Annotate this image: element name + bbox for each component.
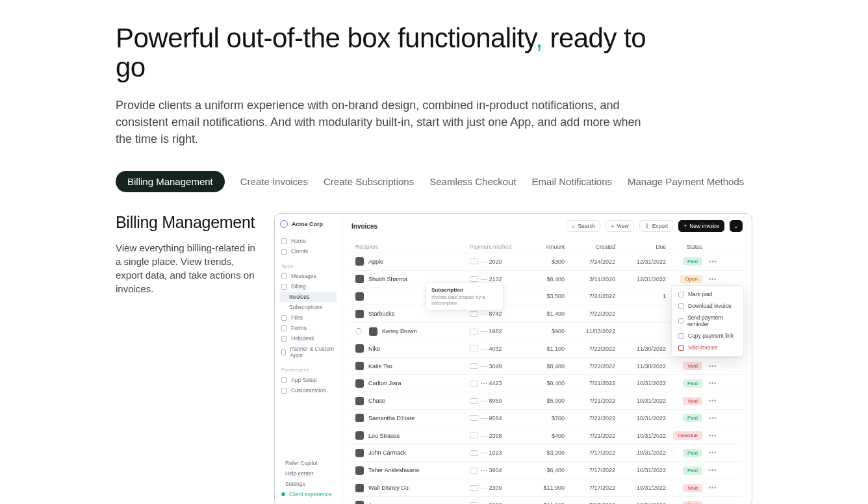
table-row[interactable]: Chase···· 8959$5,0007/21/202210/31/2022V… xyxy=(351,392,743,409)
subscription-tooltip: Subscription Invoice was created by a su… xyxy=(426,282,504,310)
row-more-button[interactable]: ••• xyxy=(706,485,719,491)
sidebar-refer[interactable]: Refer Copilot xyxy=(280,458,337,468)
tab-create-subscriptions[interactable]: Create Subscriptions xyxy=(324,176,414,187)
sidebar-item-forms[interactable]: Forms xyxy=(280,323,337,333)
recipient-name: Walt Disney Co. xyxy=(368,485,410,491)
cell-a: $1,100 xyxy=(526,346,565,352)
sidebar-item-home[interactable]: Home xyxy=(280,236,337,246)
setup-icon xyxy=(281,377,287,383)
sidebar-help-center[interactable]: Help center xyxy=(280,468,337,479)
card-icon xyxy=(470,258,478,264)
row-more-button[interactable]: ••• xyxy=(706,449,719,456)
menu-send-reminder[interactable]: Send payment reminder xyxy=(672,312,743,330)
new-invoice-dropdown-button[interactable]: ⌄ xyxy=(730,220,743,232)
files-icon xyxy=(281,315,287,321)
trash-icon xyxy=(678,345,684,351)
table-row[interactable]: Walt Disney Co.···· 2309$11,9007/17/2022… xyxy=(351,479,743,496)
avatar xyxy=(355,379,364,388)
table-row[interactable]: Carlton Jisra···· 4423$8,4007/21/202210/… xyxy=(351,374,743,392)
messages-icon xyxy=(281,273,287,279)
sidebar-item-subscriptions[interactable]: Subscriptions xyxy=(280,302,337,312)
status-dot-icon xyxy=(281,492,285,496)
status-badge: Overdue xyxy=(673,431,702,440)
sidebar-item-files[interactable]: Files xyxy=(280,312,337,323)
cell-a: $700 xyxy=(526,415,565,422)
sidebar-item-helpdesk[interactable]: Helpdesk xyxy=(280,333,337,344)
bank-icon xyxy=(470,450,478,456)
recipient-name: Chase xyxy=(368,397,385,404)
table-row[interactable]: Apple···· 2020$3007/24/202212/31/2022Pai… xyxy=(351,253,743,270)
search-button[interactable]: ⌕Search xyxy=(567,220,600,232)
cell-c: 3/11/2020 xyxy=(568,276,615,283)
tab-email-notifications[interactable]: Email Notifications xyxy=(532,176,612,187)
table-row[interactable]: Taher Ankleshwaria···· 3904$6,4007/17/20… xyxy=(351,461,743,479)
row-more-button[interactable]: ••• xyxy=(706,433,719,439)
tab-billing-management[interactable]: Billing Management xyxy=(116,171,225,192)
cell-a: $5,000 xyxy=(526,397,565,404)
row-more-button[interactable]: ••• xyxy=(706,467,719,473)
tab-create-invoices[interactable]: Create Invoices xyxy=(240,176,308,187)
table-row[interactable]: Samantha D'Hare···· 9584$7007/21/202210/… xyxy=(351,409,743,427)
col-payment: Payment method xyxy=(470,244,522,250)
export-button[interactable]: ⇩Export xyxy=(639,220,674,232)
row-more-button[interactable]: ••• xyxy=(706,380,719,386)
cell-a: $3,200 xyxy=(526,449,565,456)
sidebar-item-invoices[interactable]: Invoices xyxy=(280,292,337,302)
payment-last4: ···· 1982 xyxy=(481,328,502,334)
cell-d: 10/31/2022 xyxy=(619,415,666,422)
sidebar-item-clients[interactable]: Clients xyxy=(280,246,337,257)
table-row[interactable]: Leo Strauss···· 2398$4007/21/202210/31/2… xyxy=(351,427,743,444)
cell-d: 10/31/2022 xyxy=(619,449,666,456)
recipient-name: Shubh Sharma xyxy=(368,276,407,283)
page-title: Powerful out-of-the box functionality, r… xyxy=(116,23,648,82)
col-created: Created xyxy=(568,244,615,250)
cell-d: 10/31/2022 xyxy=(619,433,666,439)
recipient-name: Katie Tso xyxy=(368,363,392,370)
sidebar-client-experience[interactable]: Client experience xyxy=(280,489,337,499)
menu-copy-link[interactable]: Copy payment link xyxy=(672,330,743,342)
menu-void-invoice[interactable]: Void invoice xyxy=(672,342,743,353)
col-recipient: Recipient xyxy=(355,244,466,250)
cell-c: 7/22/2022 xyxy=(568,363,615,370)
new-invoice-button[interactable]: +New invoice xyxy=(678,220,724,232)
row-more-button[interactable]: ••• xyxy=(706,258,719,265)
avatar xyxy=(355,397,364,405)
sidebar-item-messages[interactable]: Messages xyxy=(280,271,337,281)
table-row[interactable]: Katie Tso···· 3049$8,4007/22/202211/30/2… xyxy=(351,357,743,375)
menu-mark-paid[interactable]: Mark paid xyxy=(672,288,743,300)
forms-icon xyxy=(281,325,287,331)
row-more-button[interactable]: ••• xyxy=(706,415,719,422)
tab-manage-payment-methods[interactable]: Manage Payment Methods xyxy=(628,176,744,187)
payment-last4: ···· 4032 xyxy=(481,346,502,352)
page-subtitle: Provide clients a uniform experience wit… xyxy=(116,97,648,147)
tab-seamless-checkout[interactable]: Seamless Checkout xyxy=(429,176,516,187)
card-icon xyxy=(470,415,478,421)
cell-a: $3,500 xyxy=(526,293,565,299)
feature-tabs: Billing Management Create Invoices Creat… xyxy=(116,171,752,192)
home-icon xyxy=(281,238,287,244)
row-more-button[interactable]: ••• xyxy=(706,397,719,404)
row-more-button[interactable]: ••• xyxy=(706,363,719,370)
menu-download-invoice[interactable]: Download invoice xyxy=(672,300,743,312)
table-header: Recipient Payment method Amount Created … xyxy=(351,241,743,253)
table-row[interactable]: John Carmack···· 1023$3,2007/17/202210/3… xyxy=(351,444,743,462)
chevron-down-icon: ⌄ xyxy=(734,223,739,229)
send-icon xyxy=(678,318,683,324)
row-more-button[interactable]: ••• xyxy=(706,276,719,283)
sidebar-item-billing[interactable]: Billing xyxy=(280,281,337,292)
company-switcher[interactable]: Acme Corp xyxy=(280,220,337,228)
bank-icon xyxy=(470,398,478,404)
cell-c: 7/24/2022 xyxy=(568,293,615,299)
cell-c: 7/22/2022 xyxy=(568,346,615,352)
cell-c: 7/17/2022 xyxy=(568,467,615,473)
sidebar-item-partner-apps[interactable]: Partner & Custom Apps xyxy=(280,344,337,360)
cell-d: 12/31/2022 xyxy=(619,258,666,265)
view-button[interactable]: ≡View xyxy=(606,220,633,232)
table-row[interactable]: Amazon···· 3902$11,9007/17/202210/31/202… xyxy=(351,496,743,504)
bank-icon xyxy=(470,363,478,369)
sidebar-item-customization[interactable]: Customization xyxy=(280,385,337,396)
sidebar-settings[interactable]: Settings xyxy=(280,479,337,489)
cell-a: $6,400 xyxy=(526,467,565,473)
sidebar-item-app-setup[interactable]: App Setup xyxy=(280,375,337,385)
app-screenshot: Acme Corp Home Clients Apps Messages Bil… xyxy=(274,213,752,504)
